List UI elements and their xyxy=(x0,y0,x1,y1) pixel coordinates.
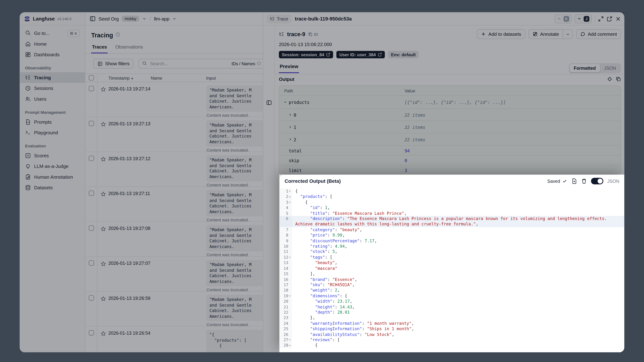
editor-line: 24 "warrantyInformation": "1 month warra… xyxy=(280,321,624,326)
fold-chevron-icon[interactable] xyxy=(288,294,291,297)
fold-chevron-icon[interactable] xyxy=(288,201,291,204)
app-window: Langfuse v3.146.0 Go to... ⌘ K HomeDashb… xyxy=(20,12,624,352)
editor-line: 3 { xyxy=(280,200,624,205)
json-toggle-label: JSON xyxy=(607,179,619,184)
file-plus-icon[interactable] xyxy=(571,178,577,184)
modal-title: Corrected Output (Beta) xyxy=(284,178,341,184)
editor-line: 2 "products": [ xyxy=(280,194,624,200)
editor-line: 21 "height": 14.43, xyxy=(280,304,624,310)
editor-line: 27 "reviews": [ xyxy=(280,337,624,342)
editor-line: 23 }, xyxy=(280,315,624,321)
modal-scrim xyxy=(20,12,624,174)
editor-line: 15 ], xyxy=(280,271,624,276)
editor-line: 11 "stock": 5, xyxy=(280,249,624,254)
editor-line: 12 "tags": [ xyxy=(280,254,624,260)
editor-line: 17 "sku": "RCH45Q1A", xyxy=(280,282,624,288)
editor-line: 9 "discountPercentage": 7.17, xyxy=(280,238,624,244)
fold-chevron-icon[interactable] xyxy=(288,344,291,347)
editor-line: 20 "width": 23.17, xyxy=(280,298,624,304)
editor-line: 13 "beauty", xyxy=(280,260,624,266)
fold-chevron-icon[interactable] xyxy=(288,338,291,341)
editor-line: 18 "weight": 2, xyxy=(280,288,624,293)
editor-line: 6 "description": "The Essence Mascara La… xyxy=(280,216,624,222)
corrected-output-modal: Corrected Output (Beta) Saved JSON 1{2 "… xyxy=(279,174,624,352)
editor-line: 19 "dimensions": { xyxy=(280,293,624,298)
modal-scrim xyxy=(20,174,280,352)
editor-line: 16 "brand": "Essence", xyxy=(280,276,624,282)
editor-line-wrap: Achieve dramatic lashes with this long-l… xyxy=(280,222,624,227)
json-code-editor[interactable]: 1{2 "products": [3 {4 "id": 1,5 "title":… xyxy=(280,187,624,352)
editor-line: 25 "shippingInformation": "Ships in 1 mo… xyxy=(280,326,624,332)
json-toggle[interactable] xyxy=(591,178,603,184)
editor-line: 1{ xyxy=(280,188,624,194)
editor-line: 28 { xyxy=(280,342,624,348)
editor-line: 14 "mascara" xyxy=(280,266,624,271)
saved-status: Saved xyxy=(547,179,567,184)
editor-line: 4 "id": 1, xyxy=(280,205,624,210)
editor-line: 10 "rating": 4.94, xyxy=(280,244,624,249)
trash-icon[interactable] xyxy=(581,178,587,184)
stage: Langfuse v3.146.0 Go to... ⌘ K HomeDashb… xyxy=(0,0,644,362)
editor-line: 22 "depth": 28.01 xyxy=(280,310,624,315)
fold-chevron-icon[interactable] xyxy=(288,190,291,193)
check-icon xyxy=(562,179,567,184)
editor-line: 7 "category": "beauty", xyxy=(280,227,624,232)
fold-chevron-icon[interactable] xyxy=(288,256,291,259)
editor-line: 26 "availabilityStatus": "Low Stock", xyxy=(280,332,624,337)
editor-line: 5 "title": "Essence Mascara Lash Prince"… xyxy=(280,210,624,216)
fold-chevron-icon[interactable] xyxy=(288,196,291,198)
editor-line: 8 "price": 9.99, xyxy=(280,232,624,238)
